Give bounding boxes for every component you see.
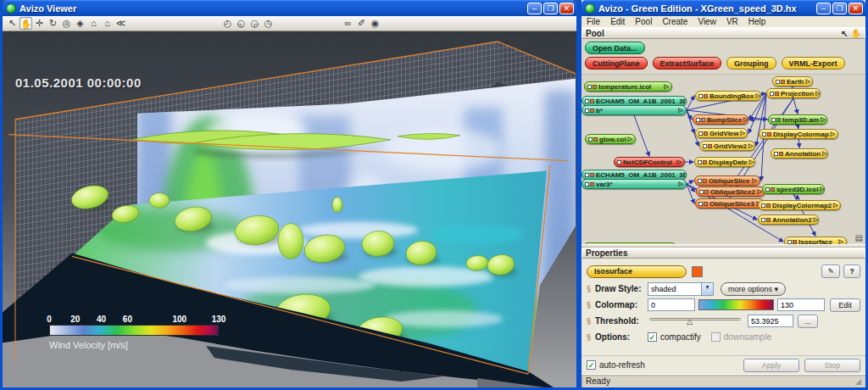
node-toggle-square[interactable] <box>766 203 771 208</box>
node-menu-arrow-icon[interactable]: ▷ <box>831 131 835 137</box>
node-toggle-square[interactable] <box>787 240 792 244</box>
colormap-gradient-bar[interactable] <box>698 299 774 310</box>
translate-icon[interactable]: ✛ <box>33 17 46 30</box>
pool-node-Annotation[interactable]: Annotation▷ <box>771 148 828 159</box>
colormap-max-input[interactable] <box>777 298 825 311</box>
node-toggle-square[interactable] <box>775 92 779 96</box>
slider-thumb-icon[interactable]: △ <box>687 317 693 326</box>
rotate-icon[interactable]: ↻ <box>47 17 59 30</box>
node-menu-arrow-icon[interactable]: ▷ <box>755 92 760 99</box>
pool-node-speed3D[interactable]: speed3D.icol▷ <box>762 184 825 194</box>
seek-icon[interactable]: ◎ <box>60 17 73 30</box>
pool-node-BumpSlice[interactable]: BumpSlice▷ <box>693 114 748 125</box>
view-all-icon[interactable]: ≪ <box>114 17 127 30</box>
pool-node-temp3D[interactable]: temp3D.am▷ <box>768 114 827 125</box>
node-toggle-square[interactable] <box>708 144 712 148</box>
menu-edit[interactable]: Edit <box>605 17 630 26</box>
pool-network-canvas[interactable]: ▤ temperature.icol▷ECHAM5_OM_A1B_2001_3D… <box>581 75 865 244</box>
view-xz-icon[interactable]: ◵ <box>235 17 248 30</box>
node-toggle-square[interactable] <box>698 202 703 206</box>
pool-button-extractsurface[interactable]: ExtractSurface <box>653 57 722 70</box>
chevron-down-icon[interactable]: ▾ <box>701 283 713 295</box>
pool-node-bstar[interactable]: b*▷ <box>581 105 687 115</box>
node-toggle-square[interactable] <box>698 179 702 183</box>
node-menu-arrow-icon[interactable]: ▷ <box>677 159 682 165</box>
node-toggle-square[interactable] <box>590 109 594 113</box>
node-menu-arrow-icon[interactable]: ▷ <box>679 181 683 187</box>
node-toggle-square[interactable] <box>770 92 774 96</box>
node-toggle-square[interactable] <box>701 118 705 122</box>
pool-node-tempicol[interactable]: temperature.icol▷ <box>584 81 672 92</box>
node-toggle-square[interactable] <box>585 99 589 103</box>
node-toggle-square[interactable] <box>698 160 702 164</box>
pool-button-cuttingplane[interactable]: CuttingPlane <box>585 57 648 70</box>
node-toggle-square[interactable] <box>771 118 776 122</box>
viewer-viewport[interactable]: 01.05.2001 00:00:00 0204060100130 Wind V… <box>3 31 576 387</box>
stop-button[interactable]: Stop <box>804 359 860 372</box>
menu-create[interactable]: Create <box>657 17 693 26</box>
node-menu-arrow-icon[interactable]: ▷ <box>833 202 837 209</box>
snapshot-icon[interactable]: ◉ <box>369 17 381 30</box>
node-toggle-square[interactable] <box>585 109 589 113</box>
node-toggle-square[interactable] <box>704 202 708 206</box>
node-toggle-square[interactable] <box>761 218 765 222</box>
pool-arrow-cursor-icon[interactable]: ↖ <box>841 29 848 38</box>
node-toggle-square[interactable] <box>761 203 765 208</box>
pool-node-DisplayDate[interactable]: DisplayDate▷ <box>694 157 755 167</box>
node-toggle-square[interactable] <box>593 85 597 89</box>
stereo-icon[interactable]: ∞ <box>342 17 354 30</box>
node-toggle-square[interactable] <box>779 152 783 156</box>
menu-pool[interactable]: Pool <box>630 17 657 26</box>
node-toggle-square[interactable] <box>698 131 703 136</box>
pool-button-grouping[interactable]: Grouping <box>726 57 776 70</box>
node-toggle-square[interactable] <box>590 182 594 187</box>
node-toggle-square[interactable] <box>781 80 785 84</box>
pool-node-var3[interactable]: var3*▷ <box>581 179 687 189</box>
pool-node-BoundingBox[interactable]: BoundingBox▷ <box>695 91 761 101</box>
node-toggle-square[interactable] <box>776 118 781 122</box>
view-perspective-icon[interactable]: ◷ <box>262 17 275 30</box>
node-toggle-square[interactable] <box>704 190 709 194</box>
pool-button-open-data-[interactable]: Open Data... <box>585 42 645 54</box>
pool-node-Projection[interactable]: Projection▷ <box>766 88 821 98</box>
node-menu-arrow-icon[interactable]: ▷ <box>805 78 810 85</box>
minimize-button[interactable]: – <box>527 3 542 14</box>
view-yz-icon[interactable]: ◶ <box>248 17 261 30</box>
node-menu-arrow-icon[interactable]: ▷ <box>822 150 826 157</box>
node-toggle-square[interactable] <box>776 80 780 84</box>
menu-file[interactable]: File <box>581 17 605 26</box>
node-toggle-square[interactable] <box>585 182 589 187</box>
close-button[interactable]: ✕ <box>559 3 574 14</box>
pool-node-DisplayColormap[interactable]: DisplayColormap▷ <box>759 129 838 139</box>
node-toggle-square[interactable] <box>617 160 621 164</box>
maximize-button[interactable]: ❐ <box>543 3 558 14</box>
node-toggle-square[interactable] <box>585 173 589 177</box>
pool-node-ObliqueSlice[interactable]: ObliqueSlice▷ <box>694 176 760 186</box>
colormap-edit-button[interactable]: Edit <box>830 298 860 312</box>
node-toggle-square[interactable] <box>703 179 707 183</box>
pool-node-ObliqueSlice2[interactable]: ObliqueSlice2▷ <box>696 187 765 197</box>
viewer-titlebar[interactable]: Avizo Viewer –❐✕ <box>3 0 576 16</box>
node-menu-arrow-icon[interactable]: ▷ <box>665 83 669 90</box>
module-color-swatch[interactable] <box>692 266 703 277</box>
more-options-button[interactable]: more options ▾ <box>721 282 786 296</box>
node-toggle-square[interactable] <box>699 190 704 194</box>
minimize-button[interactable]: – <box>816 3 831 14</box>
apply-button[interactable]: Apply <box>743 359 799 372</box>
node-toggle-square[interactable] <box>590 99 594 103</box>
pool-hand-cursor-icon[interactable]: ✋ <box>851 29 861 38</box>
node-toggle-square[interactable] <box>588 137 593 142</box>
menu-vr[interactable]: VR <box>721 17 743 26</box>
pool-node-ObliqueSlice3[interactable]: ObliqueSlice3▷ <box>695 198 765 209</box>
volume-icon[interactable]: ◈ <box>74 17 86 30</box>
threshold-slider[interactable]: △ <box>648 315 743 328</box>
maximize-button[interactable]: ❐ <box>832 3 847 14</box>
pin-button[interactable]: ✎ <box>821 265 840 278</box>
node-toggle-square[interactable] <box>762 132 766 136</box>
node-menu-arrow-icon[interactable]: ▷ <box>741 130 745 136</box>
node-menu-arrow-icon[interactable]: ▷ <box>820 186 824 192</box>
node-toggle-square[interactable] <box>590 173 594 177</box>
module-name-pill[interactable]: Isosurface <box>587 265 687 278</box>
node-menu-arrow-icon[interactable]: ▷ <box>743 116 748 123</box>
socket-icon[interactable]: § <box>587 317 595 326</box>
